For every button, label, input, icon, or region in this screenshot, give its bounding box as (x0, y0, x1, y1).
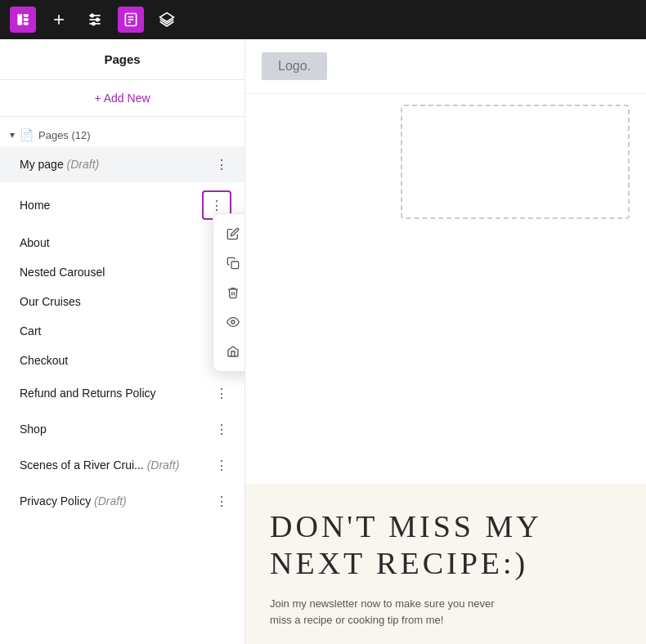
trash-icon (227, 286, 240, 299)
pencil-icon (227, 227, 240, 240)
svg-point-18 (231, 320, 235, 324)
page-item-privacy-label: Privacy Policy (Draft) (20, 494, 212, 508)
context-menu-rename[interactable]: Rename (213, 219, 245, 248)
canvas-area: Logo. DON'T MISS MY NEXT RECIPE:) Join m… (245, 39, 646, 644)
elementor-logo-icon[interactable] (10, 7, 36, 33)
page-item-our-cruises[interactable]: Our Cruises (0, 287, 244, 316)
sliders-icon[interactable] (82, 7, 108, 33)
svg-rect-2 (24, 18, 29, 20)
layers-icon[interactable] (154, 7, 180, 33)
add-icon[interactable] (46, 7, 72, 33)
pages-group: ▾ 📄 Pages (12) My page (Draft) ⋮ Home ⋮ (0, 117, 244, 525)
page-item-refund[interactable]: Refund and Returns Policy ⋮ (0, 375, 244, 411)
page-item-home[interactable]: Home ⋮ Rename (0, 182, 244, 228)
page-item-cart[interactable]: Cart (0, 316, 244, 346)
shop-dots-button[interactable]: ⋮ (212, 419, 231, 439)
page-item-nested-carousel-label: Nested Carousel (20, 266, 231, 279)
page-item-my-page-label: My page (Draft) (20, 158, 212, 171)
copy-icon (227, 257, 240, 270)
recipe-title: DON'T MISS MY NEXT RECIPE:) (270, 508, 621, 583)
svg-rect-3 (24, 22, 29, 25)
context-menu-duplicate[interactable]: Duplicate (213, 248, 245, 278)
chevron-down-icon: ▾ (10, 129, 15, 141)
context-menu: Rename Duplicate (213, 213, 245, 372)
page-item-cart-label: Cart (20, 324, 231, 338)
sidebar: Pages + Add New ▾ 📄 Pages (12) My page (… (0, 39, 245, 644)
svg-point-9 (91, 14, 93, 16)
context-menu-set-homepage[interactable]: Set as homepage (213, 337, 245, 366)
page-item-checkout[interactable]: Checkout (0, 346, 244, 375)
svg-rect-1 (24, 14, 29, 16)
sidebar-title: Pages (0, 39, 244, 80)
page-item-scenes[interactable]: Scenes of a River Crui... (Draft) ⋮ (0, 447, 244, 483)
page-item-home-label: Home (20, 199, 202, 212)
page-item-our-cruises-label: Our Cruises (20, 295, 231, 308)
canvas-content: Logo. DON'T MISS MY NEXT RECIPE:) Join m… (245, 39, 646, 644)
svg-point-10 (96, 18, 99, 20)
toolbar (0, 0, 646, 39)
page-item-shop-label: Shop (20, 423, 212, 436)
add-new-button[interactable]: + Add New (0, 80, 244, 117)
recipe-subtitle: Join my newsletter now to make sure you … (270, 596, 515, 628)
refund-dots-button[interactable]: ⋮ (212, 383, 231, 403)
scenes-dots-button[interactable]: ⋮ (212, 455, 231, 475)
svg-point-11 (92, 22, 95, 25)
privacy-dots-button[interactable]: ⋮ (212, 491, 231, 511)
page-item-checkout-label: Checkout (20, 354, 231, 367)
recipe-title-line1: DON'T MISS MY (270, 509, 542, 543)
recipe-title-line2: NEXT RECIPE:) (270, 546, 528, 580)
logo-placeholder: Logo. (262, 52, 327, 80)
pages-group-label: Pages (12) (38, 129, 91, 141)
page-item-about-label: About (20, 236, 231, 249)
page-item-refund-label: Refund and Returns Policy (20, 387, 212, 400)
page-item-scenes-label: Scenes of a River Crui... (Draft) (20, 458, 212, 472)
home-icon (227, 345, 240, 358)
context-menu-view-page[interactable]: View Page (213, 307, 245, 337)
page-item-nested-carousel[interactable]: Nested Carousel (0, 257, 244, 287)
page-item-shop[interactable]: Shop ⋮ (0, 411, 244, 447)
logo-bar: Logo. (245, 39, 646, 94)
recipe-section: DON'T MISS MY NEXT RECIPE:) Join my news… (245, 484, 646, 644)
page-item-about[interactable]: About (0, 228, 244, 257)
my-page-draft-label: (Draft) (67, 158, 100, 171)
my-page-dots-button[interactable]: ⋮ (212, 154, 231, 174)
dashed-placeholder-box (401, 105, 630, 219)
context-menu-delete[interactable]: Delete (213, 278, 245, 307)
page-item-my-page[interactable]: My page (Draft) ⋮ (0, 146, 244, 182)
eye-icon (227, 315, 240, 329)
pages-group-header[interactable]: ▾ 📄 Pages (12) (0, 123, 244, 146)
add-new-label: + Add New (94, 92, 150, 105)
page-icon: 📄 (20, 128, 34, 141)
svg-rect-17 (231, 262, 239, 269)
page-item-privacy[interactable]: Privacy Policy (Draft) ⋮ (0, 483, 244, 519)
svg-rect-0 (17, 14, 22, 25)
main-layout: Pages + Add New ▾ 📄 Pages (12) My page (… (0, 39, 646, 644)
page-view-icon[interactable] (118, 7, 144, 33)
